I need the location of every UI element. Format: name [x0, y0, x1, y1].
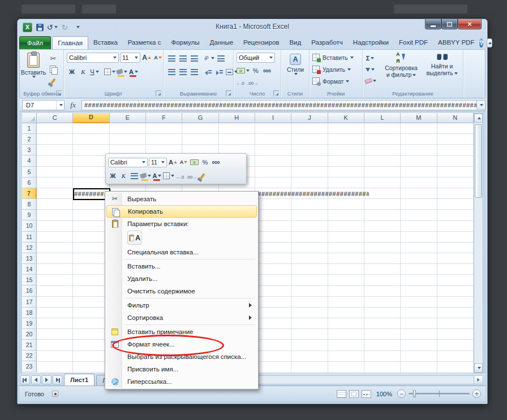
- percent-style-button[interactable]: %: [251, 66, 261, 76]
- mini-shrink-font-button[interactable]: А: [179, 158, 188, 167]
- name-box[interactable]: D7: [22, 100, 65, 110]
- format-cells-button[interactable]: Формат: [312, 77, 349, 85]
- row-header[interactable]: 2: [22, 134, 37, 145]
- tab-review[interactable]: Рецензиров: [238, 36, 284, 49]
- clipboard-dialog-launcher[interactable]: [56, 90, 62, 96]
- accounting-format-button[interactable]: [236, 66, 250, 76]
- view-normal-button[interactable]: [337, 390, 346, 398]
- row-header[interactable]: 6: [22, 177, 37, 188]
- mini-format-painter-button[interactable]: [197, 171, 207, 181]
- tab-view[interactable]: Вид: [284, 36, 306, 49]
- shrink-font-button[interactable]: А: [153, 53, 163, 63]
- delete-cells-button[interactable]: Удалить: [312, 66, 351, 73]
- scroll-up-button[interactable]: [474, 114, 483, 123]
- column-header-j[interactable]: J: [291, 113, 328, 123]
- grow-font-button[interactable]: А: [141, 53, 152, 63]
- column-header-l[interactable]: L: [364, 113, 401, 123]
- bold-button[interactable]: Ж: [67, 67, 77, 77]
- column-header-g[interactable]: G: [182, 113, 218, 123]
- row-header[interactable]: 11: [22, 232, 37, 243]
- tab-page-layout[interactable]: Разметка с: [123, 36, 166, 49]
- sheet-tab-1[interactable]: Лист1: [64, 374, 94, 386]
- menu-item-cut[interactable]: Вырезать: [106, 193, 257, 205]
- format-painter-button[interactable]: [48, 76, 58, 86]
- mini-font-color-button[interactable]: А: [152, 171, 162, 181]
- row-header[interactable]: 20: [22, 329, 37, 340]
- column-header-e[interactable]: E: [110, 113, 146, 123]
- tab-formulas[interactable]: Формулы: [166, 36, 204, 49]
- row-header[interactable]: 10: [22, 220, 37, 231]
- mini-bold-button[interactable]: Ж: [108, 171, 118, 181]
- autosum-button[interactable]: Σ: [365, 53, 375, 63]
- zoom-out-button[interactable]: −: [397, 389, 406, 398]
- borders-button[interactable]: [104, 67, 115, 77]
- row-header[interactable]: 3: [22, 145, 37, 155]
- mini-decrease-decimal-button[interactable]: [186, 171, 196, 181]
- formula-input[interactable]: ########################################…: [81, 100, 476, 110]
- row-header[interactable]: 15: [22, 275, 37, 285]
- menu-item-filter[interactable]: Фильтр: [106, 299, 257, 311]
- close-button[interactable]: ×: [458, 19, 482, 29]
- tab-home[interactable]: Главная: [52, 36, 88, 49]
- menu-item-copy[interactable]: Копировать: [106, 205, 257, 218]
- insert-cells-button[interactable]: Вставить: [312, 54, 354, 61]
- macro-record-icon[interactable]: [52, 391, 58, 397]
- align-middle-button[interactable]: [178, 53, 188, 63]
- mini-italic-button[interactable]: К: [119, 171, 128, 181]
- select-all-corner[interactable]: [22, 113, 37, 123]
- menu-item-clear-contents[interactable]: Очистить содержимое: [106, 285, 257, 297]
- expand-formula-bar-button[interactable]: [476, 100, 485, 110]
- undo-button[interactable]: [47, 22, 58, 33]
- tab-data[interactable]: Данные: [205, 36, 239, 49]
- mini-fill-color-button[interactable]: [140, 171, 151, 181]
- column-header-c[interactable]: C: [37, 113, 73, 123]
- column-header-m[interactable]: M: [401, 113, 437, 123]
- row-header[interactable]: 8: [22, 199, 37, 210]
- cell-styles-button[interactable]: А Стили: [284, 53, 307, 76]
- row-header[interactable]: 23: [22, 361, 37, 372]
- insert-function-button[interactable]: fx: [65, 101, 81, 110]
- help-button[interactable]: ?: [479, 38, 483, 47]
- last-sheet-button[interactable]: [53, 375, 62, 384]
- view-page-break-button[interactable]: [362, 390, 371, 398]
- font-size-select[interactable]: 11: [120, 53, 140, 63]
- row-header[interactable]: 14: [22, 264, 37, 275]
- zoom-slider-thumb[interactable]: [413, 390, 416, 397]
- column-header-k[interactable]: K: [328, 113, 364, 123]
- comma-style-button[interactable]: 000: [262, 66, 272, 76]
- font-dialog-launcher[interactable]: [156, 90, 161, 96]
- decrease-decimal-button[interactable]: [247, 77, 259, 87]
- mini-borders-button[interactable]: [163, 171, 174, 181]
- tab-developer[interactable]: Разработч: [306, 36, 348, 49]
- next-sheet-button[interactable]: [42, 375, 51, 384]
- save-button[interactable]: [35, 22, 45, 33]
- clear-button[interactable]: [365, 76, 376, 86]
- row-header[interactable]: 13: [22, 253, 37, 264]
- find-select-button[interactable]: Найти и выделить: [423, 53, 461, 77]
- mini-center-button[interactable]: [130, 171, 139, 181]
- vertical-scrollbar[interactable]: [474, 113, 483, 373]
- menu-item-define-name[interactable]: Присвоить имя...: [106, 363, 257, 375]
- row-header[interactable]: 17: [22, 297, 37, 308]
- mini-font-family-select[interactable]: Calibri: [108, 158, 148, 167]
- row-header[interactable]: 1: [22, 123, 37, 134]
- vertical-scroll-thumb[interactable]: [475, 124, 482, 198]
- previous-sheet-button[interactable]: [31, 375, 41, 384]
- font-color-button[interactable]: А: [128, 67, 139, 77]
- menu-item-paste-special[interactable]: Специальная вставка...: [106, 246, 257, 258]
- minimize-button[interactable]: [425, 19, 441, 29]
- qat-customize-button[interactable]: [72, 22, 83, 33]
- row-header[interactable]: 21: [22, 340, 37, 350]
- align-left-button[interactable]: [166, 67, 177, 77]
- underline-button[interactable]: Ч: [89, 67, 100, 77]
- restore-button[interactable]: [441, 19, 458, 29]
- cut-button[interactable]: [48, 53, 58, 63]
- italic-button[interactable]: К: [78, 67, 88, 77]
- row-header[interactable]: 22: [22, 350, 37, 361]
- first-sheet-button[interactable]: [20, 375, 30, 384]
- column-header-d[interactable]: D: [73, 113, 109, 123]
- row-header[interactable]: 18: [22, 308, 37, 318]
- zoom-slider[interactable]: [409, 393, 470, 395]
- tab-abbyy-pdf[interactable]: ABBYY PDF: [433, 36, 479, 49]
- number-format-select[interactable]: Общий: [237, 53, 275, 63]
